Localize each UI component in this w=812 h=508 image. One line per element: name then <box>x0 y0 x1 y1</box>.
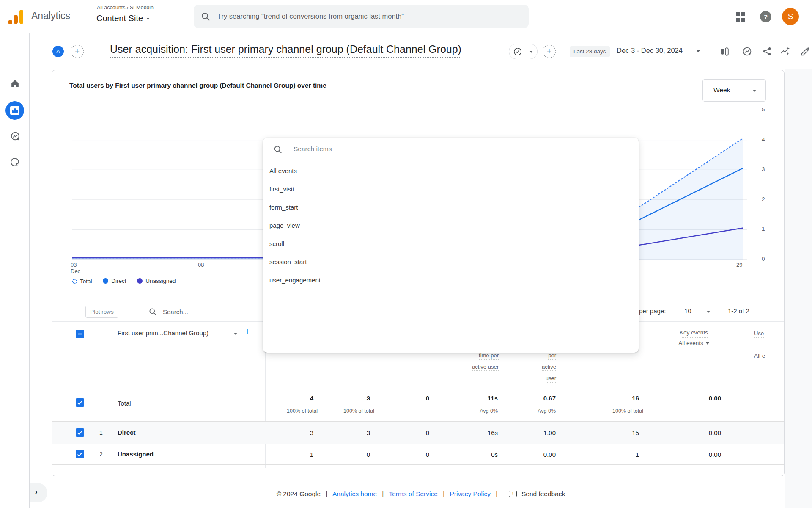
total-users-value: 3 <box>258 429 313 436</box>
table-row: 2 Unassigned 1 0 0 0s 0.00 1 0.00 <box>52 444 785 465</box>
chevron-down-icon <box>529 51 533 53</box>
row-checkbox[interactable] <box>76 450 84 458</box>
property-selector[interactable]: Content Site <box>96 14 150 23</box>
dropdown-item-user-engagement[interactable]: user_engagement <box>263 271 639 289</box>
home-icon[interactable] <box>10 78 20 89</box>
advertising-icon[interactable] <box>10 157 21 168</box>
dropdown-item-first-visit[interactable]: first_visit <box>263 180 639 198</box>
analytics-home-link[interactable]: Analytics home <box>332 490 377 497</box>
terms-of-service-link[interactable]: Terms of Service <box>389 490 437 497</box>
avg-time-value: 0s <box>443 451 498 458</box>
scrollbar-gutter[interactable] <box>785 69 812 508</box>
row-checkbox[interactable] <box>76 398 84 407</box>
date-range-value[interactable]: Dec 3 - Dec 30, 2024 <box>617 47 683 55</box>
reports-icon[interactable] <box>5 101 24 120</box>
avg-time-value: 11s <box>443 395 498 402</box>
feedback-icon: ! <box>509 491 517 497</box>
dropdown-item-scroll[interactable]: scroll <box>263 235 639 253</box>
chevron-down-icon <box>753 90 756 92</box>
breadcrumb[interactable]: All accounts›SLMobbin <box>97 4 154 11</box>
add-comparison-icon[interactable] <box>719 46 730 57</box>
total-series-swatch-icon <box>72 279 77 284</box>
new-users-value: 0 <box>315 451 370 458</box>
check-circle-icon <box>513 47 522 56</box>
legend-item-direct[interactable]: Direct <box>103 278 126 284</box>
global-search-input[interactable] <box>217 5 513 28</box>
add-dimension-button[interactable]: + <box>244 326 250 337</box>
expand-nav-button[interactable]: › <box>30 483 47 502</box>
plot-rows-button[interactable]: Plot rows <box>85 306 118 318</box>
chevron-down-icon <box>706 342 709 345</box>
dropdown-search-input[interactable] <box>294 138 623 160</box>
returning-users-value: 0 <box>374 451 429 458</box>
divider <box>94 42 94 61</box>
global-search[interactable] <box>194 5 529 28</box>
key-events-value: 0.00 <box>666 395 721 402</box>
add-report-button[interactable]: + <box>543 45 556 58</box>
share-icon[interactable] <box>762 46 772 57</box>
column-header-sessions-per-user[interactable]: per active user <box>518 350 556 384</box>
row-checkbox[interactable] <box>76 428 84 437</box>
event-count-sub: 100% of total <box>580 408 643 414</box>
chart-legend: Total Direct Unassigned <box>72 278 185 285</box>
unassigned-series-swatch-icon <box>137 278 143 284</box>
report-status-button[interactable] <box>509 44 538 59</box>
help-icon[interactable]: ? <box>760 11 771 22</box>
breadcrumb-account-level[interactable]: All accounts <box>97 5 125 11</box>
chevron-down-icon[interactable] <box>234 333 237 335</box>
edit-pencil-icon[interactable] <box>800 46 811 57</box>
y-tick-label: 1 <box>762 226 774 232</box>
new-users-sub: 100% of total <box>311 408 374 414</box>
column-header-cutoff[interactable]: Use All e <box>754 328 785 362</box>
search-icon <box>273 145 283 154</box>
dropdown-item-all-events[interactable]: All events <box>263 162 639 180</box>
y-tick-label: 5 <box>762 106 774 113</box>
sparkline-insights-icon[interactable] <box>780 46 790 57</box>
returning-users-value: 0 <box>374 395 429 402</box>
chevron-down-icon[interactable] <box>707 311 710 313</box>
add-collection-button[interactable]: + <box>71 45 84 58</box>
analytics-app: Analytics All accounts›SLMobbin Content … <box>0 0 812 508</box>
dropdown-item-page-view[interactable]: page_view <box>263 216 639 235</box>
report-header: A + User acquisition: First user primary… <box>30 33 812 69</box>
divider <box>132 304 132 320</box>
rows-per-page-value[interactable]: 10 <box>684 307 691 315</box>
report-collection-badge[interactable]: A <box>52 46 64 57</box>
row-label[interactable]: Unassigned <box>118 450 154 458</box>
y-tick-label: 0 <box>762 256 774 262</box>
dropdown-item-form-start[interactable]: form_start <box>263 198 639 216</box>
row-label[interactable]: Direct <box>118 429 136 436</box>
breadcrumb-account-name[interactable]: SLMobbin <box>130 5 154 11</box>
property-name[interactable]: Content Site <box>96 14 143 23</box>
y-tick-label: 4 <box>762 136 774 143</box>
apps-grid-icon[interactable] <box>736 12 745 22</box>
pagination-range: 1-2 of 2 <box>728 307 749 315</box>
column-header-key-events[interactable]: Key events All events <box>661 329 727 346</box>
legend-item-total[interactable]: Total <box>72 278 92 284</box>
key-events-filter[interactable]: All events <box>661 340 727 346</box>
row-label: Total <box>118 400 131 407</box>
granularity-value: Week <box>713 86 730 94</box>
chart-title: Total users by First user primary channe… <box>69 82 326 89</box>
key-events-value: 0.00 <box>666 429 721 436</box>
x-tick-mid: 08 <box>198 262 204 268</box>
row-index: 2 <box>99 451 103 458</box>
select-all-checkbox[interactable] <box>76 330 84 338</box>
dimension-selector[interactable]: First user prim...Channel Group) <box>118 329 208 337</box>
chevron-down-icon[interactable] <box>697 50 700 52</box>
dropdown-item-session-start[interactable]: session_start <box>263 253 639 271</box>
left-nav: ⚙ <box>0 33 30 508</box>
column-header-avg-engagement-time[interactable]: time per active user <box>444 350 499 373</box>
avatar[interactable]: S <box>782 8 799 25</box>
legend-item-unassigned[interactable]: Unassigned <box>137 278 176 284</box>
explore-icon[interactable] <box>10 131 21 142</box>
dropdown-search[interactable] <box>263 138 639 161</box>
privacy-policy-link[interactable]: Privacy Policy <box>450 490 491 497</box>
copyright: © 2024 Google <box>277 490 321 497</box>
divider <box>713 41 713 61</box>
plus-icon: + <box>547 47 551 55</box>
granularity-select[interactable]: Week <box>702 79 766 102</box>
analytics-logo-icon[interactable] <box>8 9 25 25</box>
insights-icon[interactable] <box>742 46 752 57</box>
send-feedback-link[interactable]: Send feedback <box>521 490 565 497</box>
